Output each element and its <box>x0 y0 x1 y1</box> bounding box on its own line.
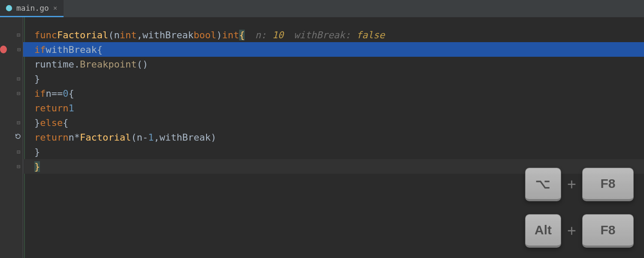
gutter-row[interactable]: ⊟ <box>0 144 23 159</box>
code-line[interactable]: } <box>23 144 644 159</box>
tab-filename: main.go <box>16 3 49 12</box>
close-tab-icon[interactable]: × <box>52 4 58 12</box>
fold-up-icon[interactable]: ⊟ <box>15 75 21 82</box>
code-line[interactable]: return n * Factorial(n - 1, withBreak) <box>23 130 644 144</box>
go-file-icon <box>5 4 13 12</box>
ide-window: main.go × ⊟ ⊟ ⊟ ⊟ ⊟ ⊟ ⊟ func Factorial(n <box>0 0 644 258</box>
fold-icon[interactable]: ⊟ <box>15 31 21 38</box>
editor: ⊟ ⊟ ⊟ ⊟ ⊟ ⊟ ⊟ func Factorial(n int, with… <box>0 17 644 258</box>
gutter-row[interactable] <box>0 130 23 144</box>
shortcut-row: Alt + F8 <box>525 214 634 248</box>
code-line[interactable]: runtime.Breakpoint() <box>23 57 644 71</box>
svg-point-4 <box>10 7 10 8</box>
breakpoint-marker[interactable] <box>0 46 7 53</box>
gutter-row[interactable]: ⊟ <box>0 159 23 174</box>
inlay-hint: withBreak: false <box>294 30 385 40</box>
code-line[interactable]: func Factorial(n int, withBreak bool) in… <box>23 28 644 42</box>
code-line[interactable]: } else { <box>23 115 644 130</box>
inlay-hint: n: 10 <box>255 30 283 40</box>
fold-up-icon[interactable]: ⊟ <box>15 148 21 155</box>
keycap-f8: F8 <box>582 168 634 201</box>
tab-bar: main.go × <box>0 0 644 17</box>
gutter[interactable]: ⊟ ⊟ ⊟ ⊟ ⊟ ⊟ ⊟ <box>0 17 23 258</box>
plus-icon: + <box>565 175 578 194</box>
fold-up-icon[interactable]: ⊟ <box>15 119 21 126</box>
gutter-row-breakpoint[interactable]: ⊟ <box>0 42 23 57</box>
gutter-row[interactable]: ⊟ <box>0 71 23 86</box>
gutter-row[interactable]: ⊟ <box>0 86 23 101</box>
fold-up-icon[interactable]: ⊟ <box>15 163 21 170</box>
gutter-row[interactable]: ⊟ <box>0 115 23 130</box>
shortcut-overlay: ⌥ + F8 Alt + F8 <box>525 168 634 248</box>
code-line[interactable]: if n == 0 { <box>23 86 644 101</box>
gutter-row[interactable] <box>0 101 23 115</box>
gutter-row[interactable] <box>0 57 23 71</box>
shortcut-row: ⌥ + F8 <box>525 168 634 201</box>
file-tab-main-go[interactable]: main.go × <box>0 0 64 17</box>
code-line-current[interactable]: if withBreak { <box>23 42 644 57</box>
rerun-icon[interactable] <box>15 133 21 141</box>
svg-point-0 <box>6 5 12 11</box>
keycap-alt: Alt <box>525 214 561 248</box>
svg-point-3 <box>8 7 8 8</box>
fold-icon[interactable]: ⊟ <box>15 90 21 97</box>
gutter-row[interactable]: ⊟ <box>0 28 23 42</box>
plus-icon: + <box>565 222 578 240</box>
keycap-option: ⌥ <box>525 168 561 201</box>
code-line[interactable]: } <box>23 71 644 86</box>
code-line[interactable]: return 1 <box>23 101 644 115</box>
keycap-f8: F8 <box>582 214 634 248</box>
fold-icon[interactable]: ⊟ <box>16 46 21 53</box>
